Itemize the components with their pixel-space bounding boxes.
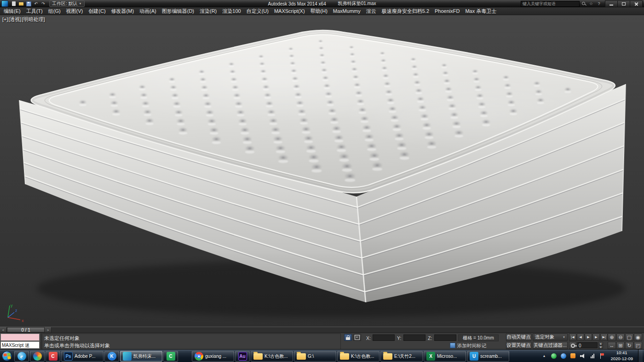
taskbar-folder1-button[interactable]: K:\古色教... — [251, 351, 293, 362]
taskbar-c-red-button[interactable]: C — [46, 351, 60, 362]
taskbar-chrome-button[interactable]: guxiang ... — [192, 351, 234, 362]
taskbar-audition-button[interactable]: Au — [235, 351, 250, 362]
menu-item-views[interactable]: 视图(V) — [63, 7, 86, 15]
document-title: 凯弗特床垫01.max — [338, 0, 376, 7]
x-coordinate-input[interactable] — [373, 335, 394, 341]
menu-item-tools[interactable]: 工具(T) — [23, 7, 46, 15]
macro-recorder-field[interactable] — [0, 334, 40, 341]
selection-set-value: 选定对象 — [535, 334, 554, 340]
time-slider-track[interactable] — [52, 327, 644, 333]
antivirus-tray-icon[interactable] — [550, 352, 557, 359]
3dsmax-app-logo-icon[interactable] — [1, 0, 8, 7]
menu-item-antivirus[interactable]: Max 杀毒卫士 — [462, 7, 499, 15]
previous-frame-arrow[interactable]: < — [0, 327, 7, 333]
search-icon[interactable] — [581, 1, 586, 6]
menu-item-animation[interactable]: 动画(A) — [137, 7, 159, 15]
pan-button[interactable]: ⊞ — [616, 342, 625, 349]
previous-frame-button[interactable]: ◀ — [577, 334, 584, 341]
search-input[interactable] — [521, 1, 580, 7]
go-to-end-button[interactable]: ▶| — [600, 334, 608, 341]
open-file-button[interactable] — [17, 1, 25, 7]
zoom-button[interactable]: ⊕ — [608, 334, 616, 341]
menu-item-rendering[interactable]: 渲染(R) — [197, 7, 219, 15]
spinner-up-icon[interactable]: ▲ — [598, 342, 603, 345]
current-frame-input[interactable] — [578, 343, 597, 348]
menu-item-render100[interactable]: 渲染100 — [219, 7, 243, 15]
menu-item-maxscript[interactable]: MAXScript(X) — [271, 8, 308, 14]
play-button[interactable]: ▶ — [585, 334, 592, 341]
taskbar-3dsmax-button[interactable]: 凯弗特床... — [120, 351, 162, 362]
show-desktop-button[interactable] — [638, 350, 643, 362]
taskbar-photoshop-button[interactable]: PsAdobe P... — [61, 351, 104, 362]
help-icon[interactable]: ? — [596, 1, 602, 6]
maximize-viewport-button[interactable]: ◰ — [634, 342, 642, 349]
viewport-shading-menu[interactable]: [明暗处理] — [22, 17, 45, 22]
menu-item-create[interactable]: 创建(C) — [86, 7, 108, 15]
c-red-app-icon: C — [49, 352, 58, 361]
menu-item-render-cloud[interactable]: 渲云 — [363, 7, 379, 15]
menu-item-customize[interactable]: 自定义(U) — [244, 7, 271, 15]
favorites-star-icon[interactable]: ☆ — [588, 1, 594, 6]
menu-item-modifiers[interactable]: 修改器(M) — [109, 7, 137, 15]
action-center-button[interactable] — [598, 352, 605, 359]
menu-item-edit[interactable]: 编辑(E) — [1, 7, 23, 15]
time-tag-icon[interactable] — [450, 343, 455, 348]
hidden-icons-button[interactable]: ▲ — [540, 352, 547, 359]
minimize-button[interactable] — [605, 0, 618, 7]
next-frame-arrow[interactable]: > — [45, 327, 52, 333]
close-button[interactable] — [630, 0, 643, 7]
new-scene-button[interactable] — [10, 1, 17, 7]
viewport-pov-menu[interactable]: [透视] — [9, 17, 22, 22]
menu-item-help[interactable]: 帮助(H) — [308, 7, 330, 15]
redo-button[interactable]: ↷ — [40, 1, 47, 7]
menu-item-group[interactable]: 组(G) — [46, 7, 63, 15]
z-coordinate-input[interactable] — [435, 335, 456, 341]
zoom-region-button[interactable]: ◉ — [634, 334, 642, 341]
maxscript-listener-field[interactable]: MAXScript 迷 — [0, 341, 40, 349]
zoom-all-button[interactable]: ⊖ — [616, 334, 625, 341]
taskbar-c-green-button[interactable]: C — [163, 351, 178, 362]
taskbar-folder3-button[interactable]: K:\古色教... — [337, 351, 380, 362]
selection-lock-toggle[interactable] — [344, 334, 352, 341]
taskbar-folder4-button[interactable]: E:\天竹2... — [380, 351, 423, 362]
orbit-button[interactable]: ↻ — [625, 342, 633, 349]
network-tray-button[interactable] — [589, 352, 596, 359]
taskbar-ie-button[interactable]: e — [14, 351, 29, 362]
blue-dot-icon — [561, 353, 566, 359]
go-to-start-button[interactable]: |◀ — [569, 334, 576, 341]
add-time-tag-label[interactable]: 添加时间标记 — [457, 343, 486, 349]
workspace-label: 工作区: 默认 — [52, 0, 78, 7]
viewport-canvas[interactable]: [+][透视][明暗处理] x y z — [0, 15, 644, 327]
taskbar-scream-button[interactable]: Uscreamb... — [467, 351, 509, 362]
selection-set-dropdown[interactable]: 选定对象 ▼ — [533, 334, 568, 341]
menu-item-graph-editors[interactable]: 图形编辑器(D) — [159, 7, 197, 15]
taskbar-k-button[interactable]: K — [104, 351, 119, 362]
taskbar-clock[interactable]: 10:41 2020-12-09 — [608, 350, 635, 362]
set-key-button[interactable]: 设置关键点 — [506, 342, 531, 349]
menu-item-phoenixfd[interactable]: PhoenixFD — [432, 8, 462, 14]
field-of-view-button[interactable]: ↔ — [608, 342, 616, 349]
maximize-button[interactable] — [618, 0, 630, 7]
key-mode-toggle-button[interactable] — [569, 342, 576, 349]
menu-item-slim-archive[interactable]: 极速瘦身安全归档5.2 — [379, 7, 432, 15]
menu-item-maxmummy[interactable]: MaxMummy — [330, 8, 363, 14]
taskbar-excel-button[interactable]: XMicroso... — [424, 351, 466, 362]
absolute-offset-toggle[interactable] — [353, 334, 361, 341]
zoom-extents-button[interactable]: ▢ — [625, 334, 633, 341]
next-frame-button[interactable]: ▶ — [592, 334, 600, 341]
taskbar-browser-button[interactable] — [30, 351, 45, 362]
workspace-selector[interactable]: 工作区: 默认 ▼ — [49, 0, 85, 7]
auto-key-button[interactable]: 自动关键点 — [506, 334, 531, 341]
undo-button[interactable]: ↶ — [32, 1, 40, 7]
viewport-general-menu[interactable]: [+] — [2, 17, 8, 22]
time-slider-handle[interactable]: 0 / 1 — [7, 327, 45, 333]
save-file-button[interactable] — [25, 1, 32, 7]
start-button[interactable] — [0, 350, 14, 362]
volume-tray-button[interactable] — [579, 352, 586, 359]
y-coordinate-input[interactable] — [404, 335, 425, 341]
spinner-down-icon[interactable]: ▼ — [598, 345, 603, 349]
download-tray-icon[interactable] — [569, 352, 576, 359]
cloud-tray-icon[interactable] — [560, 352, 567, 359]
taskbar-folder2-button[interactable]: G:\ — [294, 351, 336, 362]
key-filters-button[interactable]: 关键点过滤器... — [533, 342, 568, 349]
